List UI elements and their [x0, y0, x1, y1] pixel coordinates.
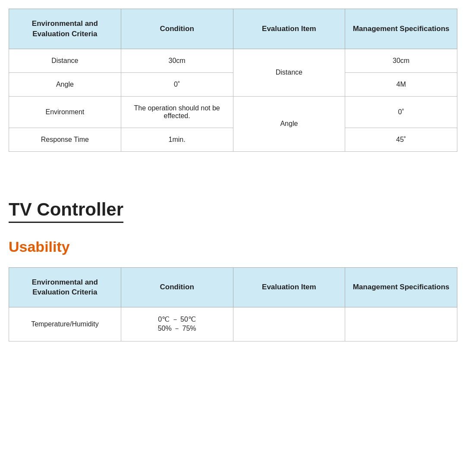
table-row: Temperature/Humidity 0℃ － 50℃ 50% － 75%: [9, 307, 457, 341]
section-title: TV Controller: [9, 199, 123, 223]
cell-mgmt: [345, 307, 457, 341]
cell-mgmt: 45˚: [345, 128, 457, 151]
table-row: Distance 30cm Distance 30cm: [9, 49, 457, 72]
cell-env: Environment: [9, 96, 121, 128]
subsection-title: Usability: [9, 238, 457, 255]
cell-mgmt: 30cm: [345, 49, 457, 72]
cell-env: Response Time: [9, 128, 121, 151]
header-mgmt-2: Management Specifications: [345, 267, 457, 307]
cell-env: Distance: [9, 49, 121, 72]
cell-eval: Distance: [233, 49, 345, 96]
cell-mgmt: 4M: [345, 72, 457, 96]
cell-mgmt: 0˚: [345, 96, 457, 128]
cell-cond: 1min.: [121, 128, 233, 151]
header-eval-1: Evaluation Item: [233, 9, 345, 49]
cell-eval: Angle: [233, 96, 345, 151]
table-2: Environmental and Evaluation Criteria Co…: [9, 267, 457, 342]
header-mgmt-1: Management Specifications: [345, 9, 457, 49]
cell-env: Angle: [9, 72, 121, 96]
header-cond-2: Condition: [121, 267, 233, 307]
header-cond-1: Condition: [121, 9, 233, 49]
table-row: Environment The operation should not be …: [9, 96, 457, 128]
cell-eval: [233, 307, 345, 341]
header-eval-2: Evaluation Item: [233, 267, 345, 307]
table-1: Environmental and Evaluation Criteria Co…: [9, 9, 457, 152]
cell-cond: 0℃ － 50℃ 50% － 75%: [121, 307, 233, 341]
cell-cond: 0˚: [121, 72, 233, 96]
header-env-2: Environmental and Evaluation Criteria: [9, 267, 121, 307]
cell-cond: 30cm: [121, 49, 233, 72]
header-env-1: Environmental and Evaluation Criteria: [9, 9, 121, 49]
cell-env: Temperature/Humidity: [9, 307, 121, 341]
cell-cond: The operation should not be effected.: [121, 96, 233, 128]
